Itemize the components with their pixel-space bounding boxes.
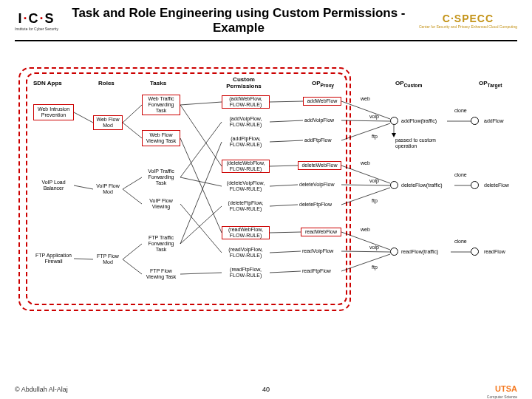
utsa-logo: UTSA [495,384,517,393]
svg-line-16 [180,206,222,244]
utsa-sub: Computer Science [487,395,517,399]
svg-line-11 [180,138,222,233]
svg-line-0 [74,112,93,123]
logo-left: I·C·S Institute for Cyber Security [15,11,58,31]
svg-line-18 [270,101,303,102]
header-divider [15,40,517,41]
svg-line-22 [270,185,298,186]
svg-line-31 [341,185,390,185]
svg-line-21 [270,166,298,166]
svg-line-17 [180,273,222,274]
svg-line-35 [341,254,390,271]
svg-line-5 [123,177,142,189]
logo-right: C·SPECC Center for Security and Privacy … [419,13,517,29]
svg-line-30 [341,166,390,183]
svg-line-25 [270,251,301,253]
cspecc-logo: C·SPECC [443,13,494,24]
svg-line-27 [341,101,390,119]
svg-line-9 [180,102,222,105]
svg-line-24 [270,232,301,233]
svg-line-3 [123,105,142,123]
svg-marker-40 [392,133,396,137]
diagram: SDN Apps Roles Tasks Custom Permissions … [0,49,532,359]
svg-line-33 [341,232,390,250]
svg-line-6 [123,189,142,204]
cspecc-sub: Center for Security and Privacy Enhanced… [419,24,517,29]
svg-line-12 [180,122,222,177]
svg-line-29 [341,123,390,140]
svg-line-28 [341,120,390,121]
page-title: Task and Role Engineering using Custom P… [58,6,419,35]
svg-line-4 [123,123,142,138]
ics-logo: I·C·S [18,11,55,27]
author: © Abdullah Al-Alaj [15,386,68,393]
svg-line-32 [341,188,390,205]
connections [0,49,532,359]
svg-line-34 [341,251,390,252]
ics-sub: Institute for Cyber Security [15,27,58,31]
svg-line-19 [270,120,303,122]
svg-line-7 [123,244,142,259]
svg-line-8 [123,259,142,274]
page-number: 40 [262,386,270,393]
svg-line-20 [270,140,303,142]
svg-line-1 [74,185,93,189]
svg-line-26 [270,271,301,273]
svg-line-23 [270,205,298,206]
svg-line-2 [74,259,93,259]
